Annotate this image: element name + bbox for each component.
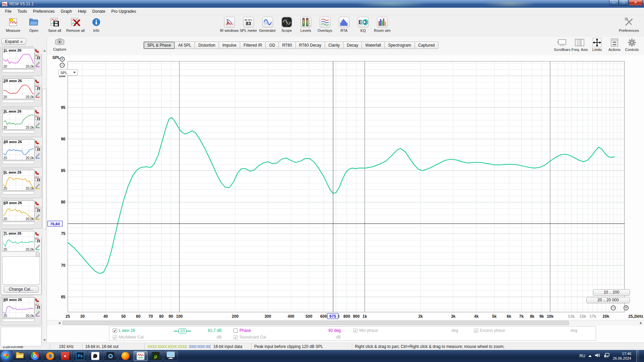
range-20-20000-button[interactable]: 20 .. 20 000 [586,297,630,303]
zoom-in-x-button[interactable]: + [624,305,629,310]
measurement-thumbnail[interactable]: 2R июн 262020,0k [2,78,35,99]
save-measurement-icon[interactable] [35,85,40,90]
controls-button[interactable]: Controls [623,38,641,52]
checkbox[interactable]: ✔ [474,328,478,333]
remove-measurement-icon[interactable] [35,297,40,302]
measurement-thumbnail[interactable]: 1L июн 262020,0k [2,48,35,69]
maximize-button[interactable]: □ [619,0,628,6]
remove-measurement-icon[interactable] [35,139,40,144]
checkbox[interactable]: ✔ [233,335,238,340]
scroll-left-icon[interactable] [58,322,60,324]
tab-clarity[interactable]: Clarity [325,42,343,49]
taskbar-photoshop[interactable]: Ps [73,351,87,361]
checkbox[interactable] [233,328,238,333]
tab-spectrogram[interactable]: Spectrogram [384,42,415,49]
y-axis-selector[interactable]: SPL [58,69,78,76]
scroll-right-icon[interactable] [640,322,642,324]
taskbar-display-app[interactable] [164,351,178,361]
speaker-icon[interactable] [595,353,601,359]
trace-color-pen-icon[interactable] [35,61,40,67]
toolbar-button-rta[interactable]: RTA [334,16,354,33]
checkbox[interactable]: ✔ [113,335,117,340]
measurement-2[interactable]: 2R июн 262020,0k [1,77,42,107]
measurement-thumbnail[interactable]: 4R июн 262020,0k [2,139,35,160]
spl-chart-svg[interactable]: 6570758085909510025304050607080901002003… [47,55,644,320]
measurement-5[interactable]: 5L июн 262020,0k [1,168,42,198]
save-measurement-icon[interactable] [35,304,40,309]
measurement-4[interactable]: 4R июн 262020,0k [1,138,42,168]
remove-measurement-icon[interactable] [35,169,40,175]
toolbar-button-room-sim[interactable]: Room sim [373,16,392,33]
scroll-down-icon[interactable] [43,339,46,341]
taskbar-firefox[interactable] [43,351,57,361]
trace-color-pen-icon[interactable] [35,153,40,158]
checkbox[interactable]: ✔ [113,328,117,333]
smoothing-selector[interactable]: 1/3 [174,328,191,334]
taskbar-red-app[interactable]: ● [58,351,72,361]
measurement-8[interactable]: 8R июн 262020,0k [1,296,42,325]
tab-all-spl[interactable]: All SPL [174,42,195,49]
toolbar-button-scope[interactable]: Scope [277,16,296,33]
toolbar-button-open[interactable]: Open [23,16,44,33]
taskbar-utorrent[interactable]: µ [149,351,163,361]
toolbar-button-info[interactable]: Info [86,16,107,33]
zoom-out-y-button[interactable]: − [60,63,65,68]
zoom-in-y-button[interactable]: + [60,57,65,62]
trace-color-pen-icon[interactable] [35,244,40,250]
tab-captured[interactable]: Captured [415,42,438,49]
trace-color-pen-icon[interactable] [35,214,40,219]
actions-button[interactable]: Actions [606,38,623,52]
change-cal-button[interactable]: Change Cal... [4,286,39,293]
menu-graph[interactable]: Graph [58,8,75,14]
measurement-thumbnail[interactable]: 5L июн 262020,0k [2,170,35,191]
trace-color-pen-icon[interactable] [35,183,40,189]
tab-filtered-ir[interactable]: Filtered IR [240,42,266,49]
measurement-notes[interactable] [2,256,40,285]
close-button[interactable]: ✕ [629,0,643,6]
save-measurement-icon[interactable] [35,176,40,182]
scrollbars-button[interactable]: Scrollbars [553,38,571,52]
notes-icon[interactable] [35,251,40,257]
tab-gd[interactable]: GD [265,42,279,49]
range-10-200-button[interactable]: 10 .. 200 [593,289,630,296]
measurement-1[interactable]: 1L июн 262020,0k [1,46,42,76]
taskbar-blue-app[interactable] [103,351,117,361]
measurement-6[interactable]: 6R июн 262020,0k [1,199,42,229]
tab-rt60-decay[interactable]: RT60 Decay [296,42,325,49]
menu-preferences[interactable]: Preferences [30,8,58,14]
limits-button[interactable]: Limits [588,38,606,52]
taskbar-media-app[interactable] [118,351,132,361]
toolbar-button-save-all[interactable]: Save all [44,16,65,33]
start-button[interactable] [1,351,11,361]
spl-phase-chart[interactable]: 6570758085909510025304050607080901002003… [47,55,644,320]
toolbar-button-remove-all[interactable]: Remove all [65,16,86,33]
expand-button[interactable]: Expand » [1,38,26,45]
zoom-out-x-button[interactable]: − [611,305,616,310]
save-measurement-icon[interactable] [35,115,40,121]
taskbar-explorer[interactable] [13,351,27,361]
chart-scrollbar-thumb[interactable] [62,321,569,325]
trace-color-pen-icon[interactable] [35,92,40,97]
measurement-thumbnail[interactable]: 8R июн 262020,0k [2,297,35,318]
save-measurement-icon[interactable] [35,54,40,60]
sidebar-scrollbar[interactable] [42,48,47,343]
toolbar-button-overlays[interactable]: Overlays [315,16,334,33]
save-measurement-icon[interactable] [35,237,40,243]
remove-measurement-icon[interactable] [35,47,40,53]
tab-spl-phase[interactable]: SPL & Phase [144,42,175,49]
measurement-7-selected[interactable]: 7L июн 262020,0kChange Cal... [1,229,42,295]
minimize-button[interactable]: — [609,0,619,6]
save-measurement-icon[interactable] [35,207,40,212]
trace-color-pen-icon[interactable] [35,122,40,128]
toolbar-button-preferences[interactable]: Preferences [619,16,639,33]
measurement-thumbnail[interactable]: 7L июн 262020,0k [2,231,35,252]
sidebar-scrollbar-thumb[interactable] [43,88,46,229]
save-measurement-icon[interactable] [35,146,40,151]
toolbar-button-spl-meter[interactable]: dB SPL83SPL meter [239,16,258,33]
checkbox[interactable]: ✔ [353,328,358,333]
taskbar-white-app[interactable] [88,351,102,361]
menu-tools[interactable]: Tools [14,8,30,14]
remove-measurement-icon[interactable] [35,230,40,236]
language-indicator[interactable]: RU [580,354,585,358]
toolbar-button-measure[interactable]: Measure [3,16,23,33]
